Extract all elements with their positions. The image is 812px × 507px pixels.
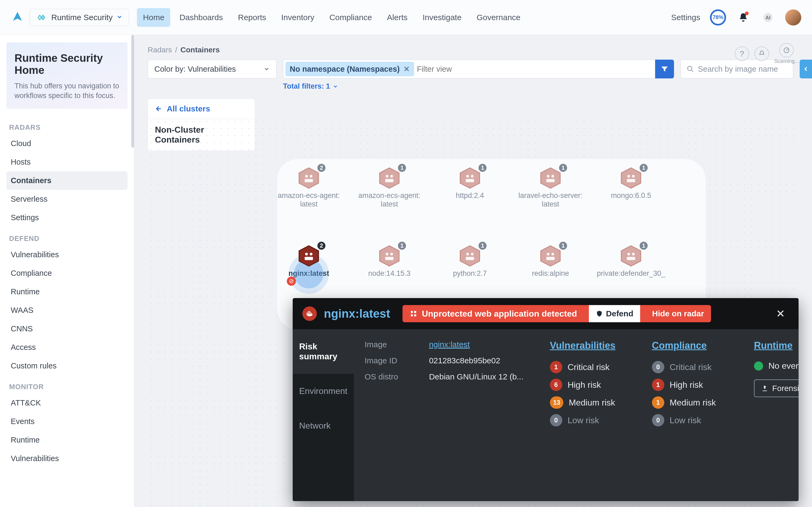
topnav-compliance[interactable]: Compliance (324, 8, 378, 27)
detail-title[interactable]: nginx:latest (324, 307, 390, 320)
ai-icon[interactable]: AI (760, 10, 775, 25)
help-icon[interactable]: ? (735, 47, 749, 61)
sidebar-item-runtime[interactable]: Runtime (6, 282, 127, 301)
detail-tab-risk-summary[interactable]: Risk summary (293, 329, 354, 374)
total-filters-link[interactable]: Total filters: 1 (283, 82, 674, 91)
sidebar-item-events[interactable]: Events (6, 412, 127, 431)
svg-point-26 (309, 253, 312, 256)
sidebar-item-waas[interactable]: WAAS (6, 301, 127, 320)
arrow-left-icon (155, 105, 163, 113)
alert-banner: Unprotected web application detected Def… (403, 305, 711, 322)
sidebar-item-cnns[interactable]: CNNS (6, 320, 127, 338)
node-count: 1 (477, 241, 487, 251)
scanning-indicator[interactable]: Scanning... (774, 43, 799, 64)
close-button[interactable]: ✕ (772, 305, 789, 322)
score-badge[interactable]: 78% (710, 9, 726, 25)
radar-node[interactable]: 1laravel-echo-server:latest (510, 167, 591, 209)
risk-row[interactable]: 13Medium risk (550, 394, 639, 411)
image-link[interactable]: nginx:latest (429, 340, 536, 349)
chip-remove-icon[interactable]: ✕ (403, 64, 410, 73)
sidebar-hero: Runtime Security Home This hub offers yo… (6, 43, 127, 109)
risk-row[interactable]: 6High risk (550, 376, 639, 394)
bell-icon[interactable] (736, 10, 751, 25)
alerts-icon[interactable] (755, 47, 769, 61)
risk-row[interactable]: 1Medium risk (652, 394, 741, 411)
sidebar-item-settings[interactable]: Settings (6, 208, 127, 227)
topnav-inventory[interactable]: Inventory (275, 8, 320, 27)
topnav-governance[interactable]: Governance (471, 8, 526, 27)
filter-chip[interactable]: No namespace (Namespaces) ✕ (285, 62, 414, 76)
sidebar-item-runtime[interactable]: Runtime (6, 431, 127, 449)
sidebar-item-containers[interactable]: Containers (6, 171, 127, 190)
risk-row[interactable]: 0Low risk (652, 411, 741, 429)
svg-point-34 (471, 253, 473, 256)
risk-row[interactable]: 1Critical risk (550, 358, 639, 376)
topnav-home[interactable]: Home (137, 8, 170, 27)
hide-on-radar-button[interactable]: Hide on radar (645, 309, 711, 318)
sidebar-item-serverless[interactable]: Serverless (6, 190, 127, 208)
radar-node[interactable]: 1httpd:2.4 (429, 167, 510, 200)
sidebar-item-att&ck[interactable]: ATT&CK (6, 394, 127, 412)
sidebar-item-hosts[interactable]: Hosts (6, 153, 127, 171)
chevron-left-icon (802, 65, 809, 72)
topnav-reports[interactable]: Reports (232, 8, 272, 27)
upload-icon (761, 385, 768, 392)
topnav-alerts[interactable]: Alerts (381, 8, 413, 27)
compliance-column: Compliance 0Critical risk1High risk1Medi… (652, 340, 741, 485)
node-count: 1 (558, 163, 568, 173)
chevron-down-icon (264, 66, 270, 72)
radar-node[interactable]: 1python:2.7 (429, 244, 510, 278)
focus-dropdown[interactable]: Runtime Security (30, 9, 129, 26)
runtime-heading[interactable]: Runtime (754, 340, 799, 351)
radar-node[interactable]: 1amazon-ecs-agent:latest (349, 167, 429, 209)
detail-tab-network[interactable]: Network (293, 408, 354, 443)
svg-point-22 (632, 175, 635, 177)
vuln-heading[interactable]: Vulnerabilities (550, 340, 639, 351)
svg-point-33 (466, 253, 469, 256)
sidebar-item-compliance[interactable]: Compliance (6, 264, 127, 282)
color-by-select[interactable]: Color by: Vulnerabilities (148, 60, 277, 78)
sidebar-item-access[interactable]: Access (6, 338, 127, 357)
svg-rect-43 (627, 257, 635, 260)
sidebar: Runtime Security Home This hub offers yo… (0, 35, 134, 507)
defend-button[interactable]: Defend (589, 305, 640, 322)
sidebar-item-vulnerabilities[interactable]: Vulnerabilities (6, 245, 127, 264)
diamonds-icon (36, 13, 48, 21)
radar-node[interactable]: 2amazon-ecs-agent:latest (269, 167, 349, 209)
all-clusters-link[interactable]: All clusters (148, 99, 255, 119)
topnav-dashboards[interactable]: Dashboards (173, 8, 229, 27)
radar-node[interactable]: 1private:defender_30_ (591, 244, 671, 278)
sidebar-item-cloud[interactable]: Cloud (6, 134, 127, 153)
radar-node[interactable]: 1mongo:6.0.5 (591, 167, 671, 200)
filter-button[interactable] (655, 60, 674, 78)
svg-marker-36 (541, 246, 560, 266)
risk-row[interactable]: 1High risk (652, 376, 741, 394)
crumb-root[interactable]: Radars (148, 46, 172, 54)
topnav-investigate[interactable]: Investigate (417, 8, 467, 27)
radar-node[interactable]: 1redis:alpine (510, 244, 591, 278)
settings-link[interactable]: Settings (671, 13, 700, 22)
top-right-cluster: Settings 78% AI (671, 9, 801, 25)
filter-text-input[interactable] (417, 65, 653, 73)
sidebar-item-custom-rules[interactable]: Custom rules (6, 357, 127, 375)
panel-collapse-button[interactable] (800, 60, 812, 78)
user-avatar[interactable] (785, 9, 801, 25)
radar-node[interactable]: 80⊘2nginx:latest (269, 244, 349, 278)
sidebar-group-monitor: MONITOR (9, 383, 125, 391)
svg-point-3 (688, 66, 692, 71)
count-badge: 1 (652, 396, 664, 409)
svg-rect-23 (627, 179, 635, 182)
risk-row[interactable]: 0Critical risk (652, 358, 741, 376)
radar-node[interactable]: 1node:14.15.3 (349, 244, 429, 278)
detail-header: nginx:latest Unprotected web application… (293, 298, 799, 329)
risk-row[interactable]: 0Low risk (550, 411, 639, 429)
warning-icon (409, 309, 417, 318)
node-count: 2 (316, 163, 327, 173)
detail-tab-environment[interactable]: Environment (293, 374, 354, 408)
svg-text:AI: AI (765, 14, 770, 20)
forensics-button[interactable]: Forensics (754, 380, 799, 397)
sidebar-item-vulnerabilities[interactable]: Vulnerabilities (6, 449, 127, 468)
compliance-heading[interactable]: Compliance (652, 340, 741, 351)
svg-marker-12 (460, 168, 479, 188)
filter-input[interactable]: No namespace (Namespaces) ✕ (283, 60, 655, 78)
